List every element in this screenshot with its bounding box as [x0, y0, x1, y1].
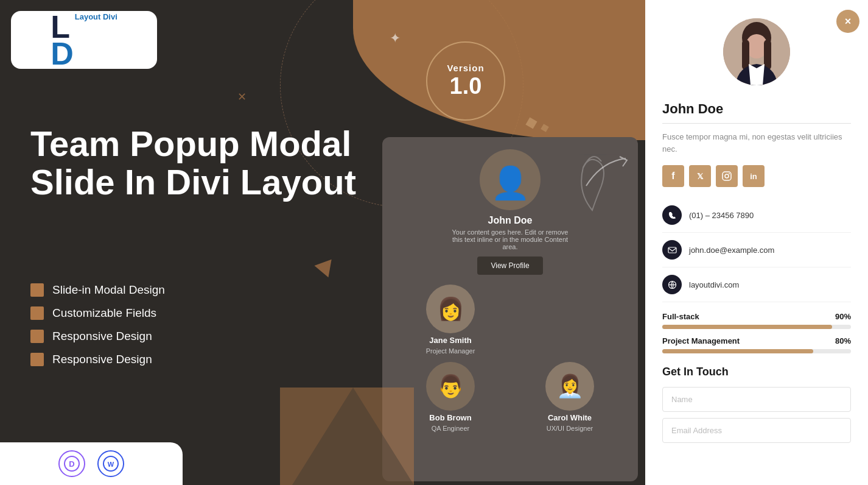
preview-featured-name: John Doe	[488, 215, 533, 226]
modal-wrapper: × John	[662, 18, 851, 449]
svg-rect-7	[742, 40, 749, 70]
skill-pct: 80%	[835, 336, 851, 345]
svg-rect-12	[668, 247, 676, 253]
email-icon	[662, 240, 682, 260]
team-member-name: Carol White	[548, 413, 592, 422]
instagram-button[interactable]	[716, 165, 738, 187]
feature-icon	[30, 353, 44, 366]
close-button[interactable]: ×	[836, 10, 859, 33]
name-input[interactable]	[662, 387, 851, 412]
version-number: 1.0	[450, 73, 482, 99]
team-card-bob	[514, 285, 626, 355]
modal-name: John Doe	[662, 101, 851, 117]
phone-icon	[662, 205, 682, 225]
team-card-carol: 👩‍💼 Carol White UX/UI Designer	[514, 362, 626, 432]
wordpress-logo-icon: W	[97, 450, 124, 477]
list-item: Slide-in Modal Design	[30, 283, 165, 297]
team-grid: 👩 Jane Smith Project Manager 👨 Bob Brown…	[394, 285, 626, 432]
skill-name: Full-stack	[662, 312, 699, 321]
svg-point-10	[725, 174, 729, 178]
logo: L D Layout Divi	[11, 11, 157, 69]
team-member-name: Jane Smith	[429, 336, 471, 345]
skill-bar-bg	[662, 325, 851, 329]
list-item: Responsive Design	[30, 330, 165, 343]
facebook-button[interactable]: f	[662, 165, 684, 187]
team-avatar-jane: 👩	[426, 285, 475, 333]
skill-name: Project Management	[662, 336, 740, 345]
linkedin-button[interactable]: in	[743, 165, 765, 187]
deco-triangle-icon	[314, 260, 337, 281]
email-contact-row: john.doe@example.com	[662, 233, 851, 267]
preview-avatar: 👤	[480, 149, 541, 210]
team-member-role: UX/UI Designer	[547, 425, 593, 432]
skill-row-fullstack: Full-stack 90%	[662, 312, 851, 329]
modal-panel: × John	[645, 0, 868, 485]
skill-header: Project Management 80%	[662, 336, 851, 345]
logo-text: Layout Divi	[75, 12, 117, 21]
website-icon	[662, 275, 682, 294]
feature-icon	[30, 330, 44, 343]
view-profile-button[interactable]: View Profile	[477, 257, 542, 275]
website-value: layoutdivi.com	[689, 280, 739, 289]
svg-point-11	[729, 173, 730, 174]
deco-bottom-arrow	[292, 388, 414, 485]
team-member-role: Project Manager	[426, 347, 475, 355]
arrow-deco-icon	[583, 155, 632, 194]
skill-bar-fill	[662, 325, 832, 329]
team-avatar-carol: 👩‍💼	[545, 362, 594, 411]
team-member-name: Bob Brown	[429, 413, 471, 422]
version-badge: Version 1.0	[426, 41, 505, 121]
svg-text:D: D	[69, 459, 74, 469]
feature-icon	[30, 306, 44, 320]
deco-cross-icon: ✦	[390, 30, 401, 46]
list-item: Responsive Design	[30, 353, 165, 366]
skill-pct: 90%	[835, 312, 851, 321]
divi-logo-icon: D	[58, 450, 85, 477]
skill-bar-bg	[662, 349, 851, 353]
email-input[interactable]	[662, 418, 851, 443]
website-contact-row: layoutdivi.com	[662, 267, 851, 302]
phone-contact-row: (01) – 23456 7890	[662, 198, 851, 233]
skills-section: Full-stack 90% Project Management 80%	[662, 312, 851, 353]
skill-header: Full-stack 90%	[662, 312, 851, 321]
skill-bar-fill	[662, 349, 813, 353]
logo-letter-D: D	[51, 38, 74, 69]
svg-text:W: W	[108, 461, 114, 468]
svg-rect-9	[723, 172, 731, 180]
modal-avatar	[723, 18, 790, 85]
email-value: john.doe@example.com	[689, 246, 774, 255]
svg-rect-8	[764, 40, 771, 70]
preview-featured-bio: Your content goes here. Edit or remove t…	[449, 228, 571, 250]
feature-icon	[30, 283, 44, 297]
preview-featured-person: 👤 John Doe Your content goes here. Edit …	[394, 149, 626, 275]
feature-list: Slide-in Modal Design Customizable Field…	[30, 283, 165, 376]
team-avatar-bob: 👨	[426, 362, 475, 411]
list-item: Customizable Fields	[30, 306, 165, 320]
team-member-role: QA Engineer	[432, 425, 469, 432]
skill-row-pm: Project Management 80%	[662, 336, 851, 353]
get-in-touch-section: Get In Touch	[662, 366, 851, 449]
twitter-x-button[interactable]: 𝕏	[689, 165, 711, 187]
modal-bio: Fusce tempor magna mi, non egestas velit…	[662, 131, 851, 155]
team-card-jane: 👩 Jane Smith Project Manager	[394, 285, 506, 355]
team-preview-card: 👤 John Doe Your content goes here. Edit …	[382, 137, 638, 481]
main-heading: Team Popup Modal Slide In Divi Layout	[30, 125, 383, 201]
phone-value: (01) – 23456 7890	[689, 211, 754, 220]
bottom-bar: D W	[0, 442, 183, 485]
deco-x-icon: ✕	[237, 90, 247, 104]
modal-divider	[662, 123, 851, 124]
version-label: Version	[447, 63, 484, 73]
get-in-touch-title: Get In Touch	[662, 366, 851, 378]
left-panel: ✦ ✕ L D Layout Divi Version 1.0 Team Pop…	[0, 0, 645, 485]
social-row: f 𝕏 in	[662, 165, 851, 187]
